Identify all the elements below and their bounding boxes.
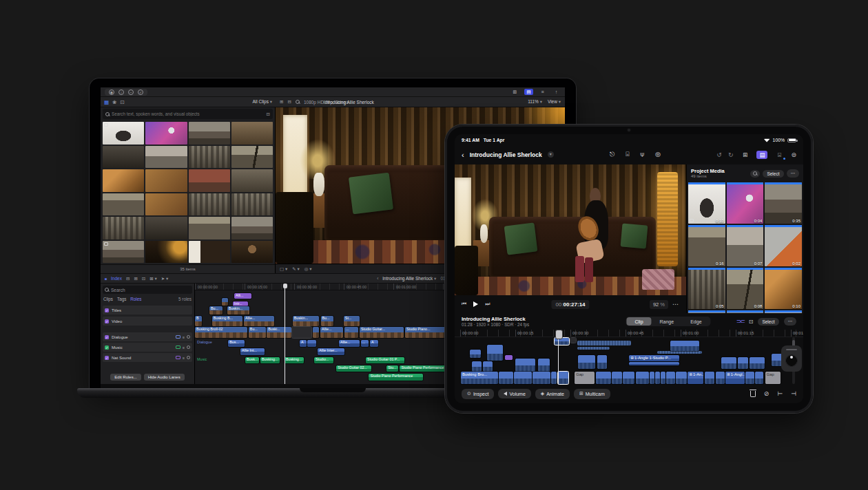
- timeline-clip[interactable]: [745, 372, 754, 384]
- timeline-clip[interactable]: [570, 338, 576, 343]
- redo-icon[interactable]: ↻: [728, 151, 734, 158]
- audio-lanes-icon[interactable]: ≡: [183, 356, 185, 360]
- timeline-clip[interactable]: Studio Piano...: [405, 327, 446, 338]
- key-icon[interactable]: –: [128, 89, 134, 95]
- timeline-clip[interactable]: A: [300, 340, 307, 347]
- timeline-clip[interactable]: Buskin...: [293, 316, 320, 326]
- libraries-icon[interactable]: ▦: [104, 99, 109, 105]
- play-icon[interactable]: [473, 301, 478, 307]
- clip-thumbnail[interactable]: [103, 122, 144, 145]
- clip-thumbnail[interactable]: [189, 241, 230, 264]
- clip-thumbnail[interactable]: [103, 193, 144, 216]
- timeline-clip[interactable]: [222, 298, 229, 306]
- skip-back-icon[interactable]: ⏮: [462, 301, 466, 308]
- clip-thumbnail[interactable]: [189, 193, 230, 216]
- timeline-clip[interactable]: [596, 372, 611, 384]
- clip-thumbnail[interactable]: 0:04: [727, 182, 764, 224]
- timeline-clip[interactable]: Studio Guitar 02...: [336, 365, 371, 372]
- clip-thumbnail[interactable]: [231, 122, 273, 145]
- timeline-clip[interactable]: Gap: [575, 372, 595, 384]
- timeline-more-button[interactable]: ⋯: [784, 317, 797, 326]
- timeline-clip[interactable]: Allie Int...: [240, 348, 265, 355]
- titles-generators-icon[interactable]: ⊡: [120, 99, 124, 105]
- timeline-project-title[interactable]: Introducing Allie Sherlock ▾: [382, 276, 436, 281]
- clip-thumbnail[interactable]: [145, 217, 187, 239]
- timeline-clip[interactable]: Bu...: [249, 327, 266, 338]
- clip-thumbnail[interactable]: 0:35: [765, 182, 802, 224]
- viewer-options-icon[interactable]: ⊞: [739, 151, 750, 159]
- insert-icon[interactable]: ⊢: [777, 390, 783, 397]
- viewer-fit-tool-icon[interactable]: ▢ ▾: [280, 266, 287, 272]
- timeline-clip[interactable]: Alli...: [234, 293, 251, 299]
- timeline-history-back-icon[interactable]: ‹: [377, 276, 378, 281]
- role-row[interactable]: ✓Dialogue≡: [103, 332, 192, 341]
- timeline-clip[interactable]: Busking...: [260, 357, 280, 364]
- focus-role-icon[interactable]: [187, 345, 190, 349]
- timeline-clip[interactable]: [558, 372, 568, 384]
- overwrite-mode-icon[interactable]: ⊡: [749, 319, 754, 325]
- role-checkbox[interactable]: ✓: [105, 345, 109, 350]
- overwrite-icon[interactable]: ⊣: [791, 390, 796, 397]
- clip-thumbnail[interactable]: [231, 146, 273, 169]
- timeline-clip[interactable]: [578, 355, 595, 369]
- timeline-clip[interactable]: [577, 341, 631, 345]
- mic-icon[interactable]: ⍦: [641, 151, 644, 158]
- timeline-clip[interactable]: [612, 372, 621, 384]
- timeline-clip[interactable]: [750, 357, 765, 370]
- title-chevron-icon[interactable]: ▾: [548, 151, 554, 158]
- more-icon[interactable]: ⊜: [791, 151, 796, 158]
- volume-button[interactable]: Volume: [498, 389, 530, 398]
- audio-lanes-icon[interactable]: ≡: [183, 345, 185, 350]
- timeline-clip[interactable]: [650, 372, 654, 384]
- focus-role-icon[interactable]: [187, 356, 190, 359]
- camera-icon[interactable]: ⌻: [626, 151, 629, 158]
- browser-search-input[interactable]: [112, 111, 249, 116]
- timeline-clip[interactable]: Buskin...: [227, 306, 249, 315]
- media-more-button[interactable]: ⋯: [787, 169, 800, 178]
- timeline-clip[interactable]: Allie...: [244, 316, 274, 326]
- photos-audio-icon[interactable]: ❀: [112, 99, 116, 105]
- timeline-clip[interactable]: 1-Angle 1-Studio P...: [629, 355, 679, 362]
- timeline-clip[interactable]: Busking Broll-02: [195, 327, 247, 338]
- timeline-clip[interactable]: Allie Inter...: [318, 348, 344, 355]
- clip-thumbnail[interactable]: [231, 241, 273, 264]
- timeline-clip[interactable]: Buski...: [267, 327, 291, 338]
- clip-thumbnail[interactable]: 0:10: [688, 182, 725, 224]
- timeline-clip[interactable]: [551, 372, 557, 384]
- skip-forward-icon[interactable]: ⏭: [485, 301, 490, 308]
- timeline-clip[interactable]: [716, 372, 725, 384]
- duration-slider-icon[interactable]: ⊟: [287, 99, 291, 105]
- timeline-clip[interactable]: Gap: [765, 372, 781, 384]
- clip-thumbnail[interactable]: 0:16: [688, 225, 725, 266]
- filter-window-icon[interactable]: ⊡: [267, 111, 270, 117]
- trash-icon[interactable]: [750, 391, 756, 397]
- focus-role-icon[interactable]: [187, 335, 190, 339]
- media-select-button[interactable]: Select: [763, 170, 783, 178]
- timeline-clip[interactable]: [655, 372, 660, 384]
- timeline-clip[interactable]: [472, 361, 482, 372]
- clip-thumbnail[interactable]: 0:10: [765, 268, 802, 309]
- mode-range[interactable]: Range: [652, 317, 683, 326]
- record-icon[interactable]: ◉: [109, 89, 114, 95]
- timeline-clip[interactable]: [313, 327, 320, 338]
- timeline-clip[interactable]: Busking Bro...: [461, 372, 498, 384]
- viewer-effects-tool-icon[interactable]: ◎ ▾: [304, 266, 312, 272]
- timeline-clip[interactable]: [670, 341, 699, 351]
- timeline-select-button[interactable]: Select: [758, 318, 778, 326]
- clip-thumbnail[interactable]: [189, 146, 230, 169]
- timeline-clip[interactable]: Busking...: [285, 357, 304, 364]
- audio-lanes-icon[interactable]: ≡: [183, 335, 185, 339]
- role-checkbox[interactable]: ✓: [105, 308, 109, 312]
- clip-thumbnail[interactable]: [145, 193, 187, 216]
- undo-icon[interactable]: ↺: [716, 151, 722, 158]
- role-row[interactable]: ✓Music≡: [103, 343, 192, 352]
- timeline-clip[interactable]: [538, 359, 550, 372]
- clip-appearance-icon[interactable]: ⊞: [280, 99, 283, 105]
- hide-audio-lanes-button[interactable]: Hide Audio Lanes: [144, 374, 185, 381]
- viewer-draw-tool-icon[interactable]: ✎ ▾: [292, 266, 300, 272]
- check-icon[interactable]: ✓: [138, 89, 143, 95]
- timeline-clip[interactable]: [738, 357, 748, 370]
- timeline-clip[interactable]: [636, 372, 649, 384]
- connect-edit-icon[interactable]: ⊟: [126, 276, 130, 281]
- clip-thumbnail[interactable]: [231, 193, 273, 216]
